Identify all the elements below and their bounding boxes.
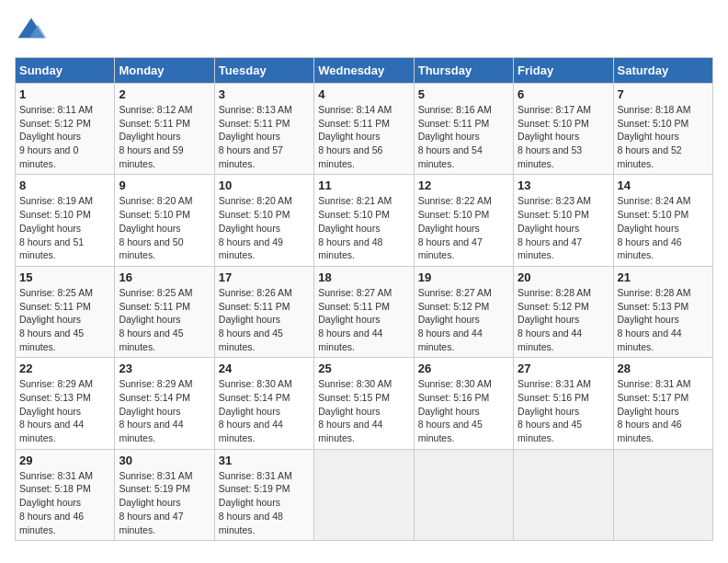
logo-icon: [15, 15, 48, 48]
calendar-cell: 7 Sunrise: 8:18 AM Sunset: 5:10 PM Dayli…: [613, 84, 712, 175]
cell-info: Sunrise: 8:29 AM Sunset: 5:13 PM Dayligh…: [19, 377, 110, 444]
calendar-cell: 27 Sunrise: 8:31 AM Sunset: 5:16 PM Dayl…: [514, 358, 613, 449]
calendar-week-3: 15 Sunrise: 8:25 AM Sunset: 5:11 PM Dayl…: [16, 266, 713, 357]
cell-info: Sunrise: 8:24 AM Sunset: 5:10 PM Dayligh…: [618, 194, 709, 261]
day-number: 5: [418, 87, 509, 101]
cell-info: Sunrise: 8:21 AM Sunset: 5:10 PM Dayligh…: [318, 194, 409, 261]
cell-info: Sunrise: 8:31 AM Sunset: 5:19 PM Dayligh…: [219, 469, 310, 536]
calendar-cell: 23 Sunrise: 8:29 AM Sunset: 5:14 PM Dayl…: [115, 358, 214, 449]
day-number: 31: [219, 454, 310, 467]
calendar-week-4: 22 Sunrise: 8:29 AM Sunset: 5:13 PM Dayl…: [16, 358, 713, 449]
day-number: 3: [219, 87, 310, 101]
calendar-cell: 10 Sunrise: 8:20 AM Sunset: 5:10 PM Dayl…: [214, 175, 313, 266]
cell-info: Sunrise: 8:12 AM Sunset: 5:11 PM Dayligh…: [119, 103, 210, 170]
calendar-cell: 31 Sunrise: 8:31 AM Sunset: 5:19 PM Dayl…: [214, 449, 313, 540]
calendar-cell: 3 Sunrise: 8:13 AM Sunset: 5:11 PM Dayli…: [214, 84, 313, 175]
calendar-cell: [414, 449, 513, 540]
day-number: 14: [618, 178, 709, 192]
cell-info: Sunrise: 8:25 AM Sunset: 5:11 PM Dayligh…: [119, 286, 210, 353]
calendar-cell: 6 Sunrise: 8:17 AM Sunset: 5:10 PM Dayli…: [514, 84, 613, 175]
day-number: 29: [19, 454, 110, 467]
calendar-header-row: SundayMondayTuesdayWednesdayThursdayFrid…: [16, 58, 713, 84]
calendar-cell: 26 Sunrise: 8:30 AM Sunset: 5:16 PM Dayl…: [414, 358, 513, 449]
day-number: 23: [119, 362, 210, 375]
day-number: 22: [19, 362, 110, 375]
calendar-cell: 21 Sunrise: 8:28 AM Sunset: 5:13 PM Dayl…: [613, 266, 712, 357]
calendar-cell: [613, 449, 712, 540]
cell-info: Sunrise: 8:28 AM Sunset: 5:13 PM Dayligh…: [618, 286, 709, 353]
day-number: 25: [318, 362, 409, 375]
calendar-cell: [514, 449, 613, 540]
day-number: 24: [219, 362, 310, 375]
day-number: 1: [19, 87, 110, 101]
calendar-cell: 16 Sunrise: 8:25 AM Sunset: 5:11 PM Dayl…: [115, 266, 214, 357]
day-header-friday: Friday: [514, 58, 613, 84]
calendar-cell: 13 Sunrise: 8:23 AM Sunset: 5:10 PM Dayl…: [514, 175, 613, 266]
cell-info: Sunrise: 8:31 AM Sunset: 5:17 PM Dayligh…: [618, 377, 709, 444]
day-number: 7: [618, 87, 709, 101]
cell-info: Sunrise: 8:30 AM Sunset: 5:15 PM Dayligh…: [318, 377, 409, 444]
cell-info: Sunrise: 8:30 AM Sunset: 5:14 PM Dayligh…: [219, 377, 310, 444]
day-number: 17: [219, 270, 310, 284]
day-number: 13: [518, 178, 609, 192]
day-number: 11: [318, 178, 409, 192]
cell-info: Sunrise: 8:23 AM Sunset: 5:10 PM Dayligh…: [518, 194, 609, 261]
day-number: 9: [119, 178, 210, 192]
cell-info: Sunrise: 8:17 AM Sunset: 5:10 PM Dayligh…: [518, 103, 609, 170]
cell-info: Sunrise: 8:20 AM Sunset: 5:10 PM Dayligh…: [119, 194, 210, 261]
calendar-cell: 18 Sunrise: 8:27 AM Sunset: 5:11 PM Dayl…: [314, 266, 414, 357]
day-number: 6: [518, 87, 609, 101]
logo: [15, 15, 51, 48]
calendar-cell: 20 Sunrise: 8:28 AM Sunset: 5:12 PM Dayl…: [514, 266, 613, 357]
calendar-cell: 1 Sunrise: 8:11 AM Sunset: 5:12 PM Dayli…: [16, 84, 115, 175]
cell-info: Sunrise: 8:18 AM Sunset: 5:10 PM Dayligh…: [618, 103, 709, 170]
cell-info: Sunrise: 8:28 AM Sunset: 5:12 PM Dayligh…: [518, 286, 609, 353]
cell-info: Sunrise: 8:29 AM Sunset: 5:14 PM Dayligh…: [119, 377, 210, 444]
day-number: 16: [119, 270, 210, 284]
cell-info: Sunrise: 8:31 AM Sunset: 5:16 PM Dayligh…: [518, 377, 609, 444]
day-header-sunday: Sunday: [16, 58, 115, 84]
day-header-wednesday: Wednesday: [314, 58, 414, 84]
calendar-cell: 8 Sunrise: 8:19 AM Sunset: 5:10 PM Dayli…: [16, 175, 115, 266]
calendar-cell: 24 Sunrise: 8:30 AM Sunset: 5:14 PM Dayl…: [214, 358, 313, 449]
day-number: 28: [618, 362, 709, 375]
calendar-table: SundayMondayTuesdayWednesdayThursdayFrid…: [15, 57, 713, 541]
cell-info: Sunrise: 8:11 AM Sunset: 5:12 PM Dayligh…: [19, 103, 110, 170]
calendar-cell: [314, 449, 414, 540]
day-number: 12: [418, 178, 509, 192]
calendar-week-1: 1 Sunrise: 8:11 AM Sunset: 5:12 PM Dayli…: [16, 84, 713, 175]
calendar-cell: 30 Sunrise: 8:31 AM Sunset: 5:19 PM Dayl…: [115, 449, 214, 540]
calendar-cell: 22 Sunrise: 8:29 AM Sunset: 5:13 PM Dayl…: [16, 358, 115, 449]
calendar-week-5: 29 Sunrise: 8:31 AM Sunset: 5:18 PM Dayl…: [16, 449, 713, 540]
day-number: 30: [119, 454, 210, 467]
cell-info: Sunrise: 8:25 AM Sunset: 5:11 PM Dayligh…: [19, 286, 110, 353]
calendar-cell: 5 Sunrise: 8:16 AM Sunset: 5:11 PM Dayli…: [414, 84, 513, 175]
day-number: 26: [418, 362, 509, 375]
day-number: 8: [19, 178, 110, 192]
cell-info: Sunrise: 8:30 AM Sunset: 5:16 PM Dayligh…: [418, 377, 509, 444]
day-header-tuesday: Tuesday: [214, 58, 313, 84]
cell-info: Sunrise: 8:14 AM Sunset: 5:11 PM Dayligh…: [318, 103, 409, 170]
page-header: [15, 15, 713, 48]
calendar-cell: 2 Sunrise: 8:12 AM Sunset: 5:11 PM Dayli…: [115, 84, 214, 175]
cell-info: Sunrise: 8:27 AM Sunset: 5:12 PM Dayligh…: [418, 286, 509, 353]
day-number: 10: [219, 178, 310, 192]
cell-info: Sunrise: 8:19 AM Sunset: 5:10 PM Dayligh…: [19, 194, 110, 261]
cell-info: Sunrise: 8:13 AM Sunset: 5:11 PM Dayligh…: [219, 103, 310, 170]
calendar-cell: 4 Sunrise: 8:14 AM Sunset: 5:11 PM Dayli…: [314, 84, 414, 175]
calendar-cell: 19 Sunrise: 8:27 AM Sunset: 5:12 PM Dayl…: [414, 266, 513, 357]
calendar-cell: 25 Sunrise: 8:30 AM Sunset: 5:15 PM Dayl…: [314, 358, 414, 449]
cell-info: Sunrise: 8:20 AM Sunset: 5:10 PM Dayligh…: [219, 194, 310, 261]
day-header-saturday: Saturday: [613, 58, 712, 84]
day-header-monday: Monday: [115, 58, 214, 84]
cell-info: Sunrise: 8:27 AM Sunset: 5:11 PM Dayligh…: [318, 286, 409, 353]
cell-info: Sunrise: 8:22 AM Sunset: 5:10 PM Dayligh…: [418, 194, 509, 261]
calendar-cell: 29 Sunrise: 8:31 AM Sunset: 5:18 PM Dayl…: [16, 449, 115, 540]
cell-info: Sunrise: 8:31 AM Sunset: 5:19 PM Dayligh…: [119, 469, 210, 536]
day-header-thursday: Thursday: [414, 58, 513, 84]
calendar-cell: 14 Sunrise: 8:24 AM Sunset: 5:10 PM Dayl…: [613, 175, 712, 266]
cell-info: Sunrise: 8:31 AM Sunset: 5:18 PM Dayligh…: [19, 469, 110, 536]
day-number: 18: [318, 270, 409, 284]
day-number: 20: [518, 270, 609, 284]
calendar-cell: 9 Sunrise: 8:20 AM Sunset: 5:10 PM Dayli…: [115, 175, 214, 266]
